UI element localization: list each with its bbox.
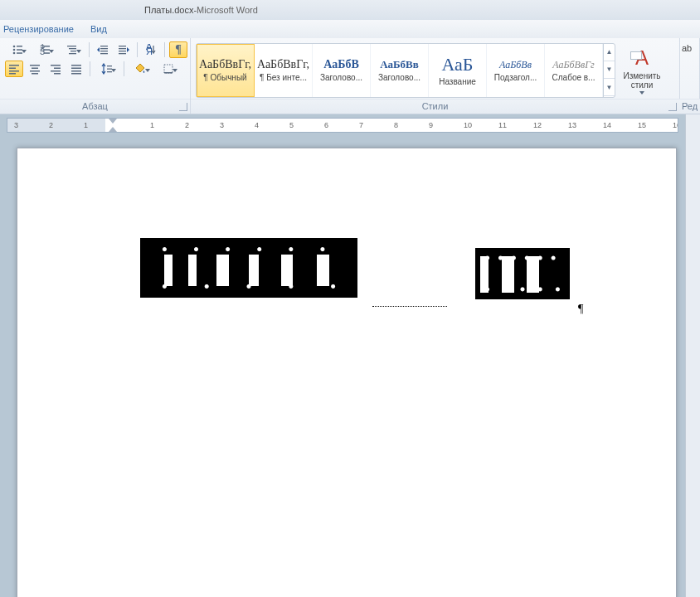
svg-rect-22: [119, 51, 126, 51]
svg-rect-31: [32, 68, 38, 70]
show-marks-button[interactable]: ¶: [169, 41, 187, 58]
document-area: ¶: [7, 133, 682, 597]
style-heading1[interactable]: АаБбВЗаголово...: [313, 44, 371, 97]
increase-indent-button[interactable]: [114, 41, 133, 58]
styles-scroll-up-icon[interactable]: ▲: [604, 44, 615, 61]
hanging-indent[interactable]: [109, 125, 117, 132]
change-styles-icon: [635, 46, 649, 70]
group-styles: АаБбВвГг,¶ Обычный АаБбВвГг,¶ Без инте..…: [191, 38, 680, 114]
svg-rect-30: [30, 65, 40, 66]
align-right-button[interactable]: [46, 61, 65, 77]
svg-rect-16: [100, 46, 108, 46]
ruler-area: 3211234567891011121314151617: [0, 114, 700, 133]
svg-rect-38: [71, 65, 81, 66]
svg-rect-42: [107, 66, 112, 66]
svg-rect-12: [67, 46, 76, 46]
tab-leader: [372, 306, 447, 307]
horizontal-ruler[interactable]: 3211234567891011121314151617: [7, 118, 678, 133]
svg-rect-13: [69, 48, 76, 49]
svg-rect-17: [100, 48, 108, 49]
svg-point-0: [13, 46, 16, 48]
svg-rect-23: [119, 53, 126, 54]
first-line-indent[interactable]: [109, 119, 117, 125]
ribbon: 123 AЯ ¶: [0, 38, 700, 114]
line-spacing-button[interactable]: [95, 61, 119, 77]
svg-rect-36: [51, 70, 61, 72]
page[interactable]: ¶: [17, 148, 677, 597]
svg-rect-15: [69, 53, 76, 54]
ribbon-tabs: Рецензирование Вид: [0, 20, 700, 38]
svg-rect-45: [164, 65, 173, 73]
paragraph-mark: ¶: [578, 303, 583, 316]
style-heading2[interactable]: АаБбВвЗаголово...: [371, 44, 429, 97]
sort-button[interactable]: AЯ: [142, 41, 160, 58]
svg-rect-29: [9, 73, 16, 75]
svg-rect-18: [100, 51, 108, 51]
svg-point-4: [13, 52, 16, 55]
svg-rect-40: [71, 70, 81, 72]
find-button[interactable]: ab: [682, 41, 692, 56]
pcb-image-1[interactable]: [140, 238, 357, 298]
align-center-button[interactable]: [26, 61, 44, 77]
styles-scroll-down-icon[interactable]: ▼: [604, 61, 615, 79]
numbering-button[interactable]: 123: [32, 41, 57, 58]
shading-button[interactable]: [129, 61, 153, 77]
vertical-scrollbar[interactable]: [685, 114, 700, 597]
group-paragraph: 123 AЯ ¶: [0, 38, 191, 114]
svg-rect-28: [9, 70, 19, 72]
styles-scroll: ▲ ▼ ▼: [603, 44, 615, 97]
styles-gallery: АаБбВвГг,¶ Обычный АаБбВвГг,¶ Без инте..…: [196, 43, 615, 98]
style-subtitle[interactable]: АаБбВвПодзагол...: [487, 44, 545, 97]
document-name: Платы.docx: [144, 5, 193, 15]
svg-rect-21: [119, 48, 126, 49]
decrease-indent-button[interactable]: [94, 41, 112, 58]
svg-rect-19: [100, 53, 108, 54]
styles-dialog-icon[interactable]: [668, 103, 677, 111]
svg-rect-34: [51, 65, 61, 66]
style-title[interactable]: АаБНазвание: [429, 44, 487, 97]
style-no-spacing[interactable]: АаБбВвГг,¶ Без инте...: [255, 44, 313, 97]
svg-rect-1: [17, 46, 22, 47]
group-label-editing: Ред: [677, 99, 700, 114]
svg-rect-41: [71, 73, 81, 75]
paragraph-dialog-icon[interactable]: [179, 103, 187, 111]
svg-rect-35: [54, 68, 61, 70]
bullets-button[interactable]: [5, 41, 30, 58]
styles-expand-icon[interactable]: ▼: [604, 79, 615, 96]
svg-rect-46: [164, 72, 173, 74]
align-left-button[interactable]: [5, 61, 23, 77]
svg-point-2: [13, 49, 16, 51]
group-label-paragraph: Абзац: [0, 99, 190, 114]
svg-rect-26: [9, 65, 19, 66]
group-label-styles: Стили: [191, 99, 679, 114]
tab-view[interactable]: Вид: [90, 24, 107, 34]
svg-rect-20: [119, 46, 126, 46]
align-justify-button[interactable]: [67, 61, 85, 77]
svg-text:3: 3: [40, 46, 45, 56]
svg-rect-32: [30, 70, 40, 72]
svg-rect-39: [71, 68, 81, 70]
borders-button[interactable]: [156, 61, 181, 77]
tab-review[interactable]: Рецензирование: [3, 24, 74, 34]
svg-rect-37: [54, 73, 61, 75]
titlebar: Платы.docx - Microsoft Word: [0, 0, 700, 20]
svg-text:ab: ab: [682, 44, 692, 53]
group-editing: ab Ред: [680, 38, 700, 114]
style-normal[interactable]: АаБбВвГг,¶ Обычный: [197, 44, 255, 97]
app-name: Microsoft Word: [197, 5, 258, 15]
chevron-down-icon: [639, 91, 644, 95]
multilevel-list-button[interactable]: [60, 41, 85, 58]
svg-rect-33: [32, 73, 38, 75]
svg-rect-14: [70, 51, 76, 51]
svg-rect-27: [9, 68, 16, 70]
change-styles-button[interactable]: Изменить стили: [619, 46, 665, 95]
style-subtle-emphasis[interactable]: АаБбВвГгСлабое в...: [545, 44, 603, 97]
pcb-image-2[interactable]: [475, 248, 570, 299]
